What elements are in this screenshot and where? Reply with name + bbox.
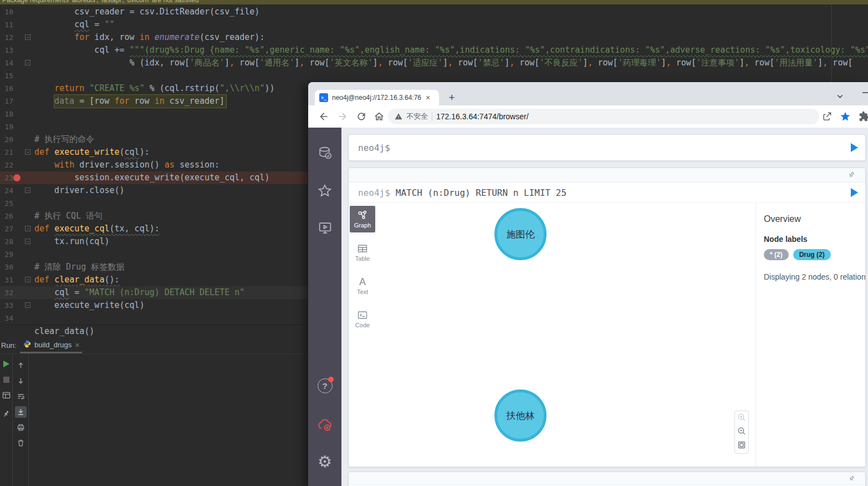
node-labels-heading: Node labels xyxy=(764,235,865,244)
settings-gear-icon[interactable]: ⚙ xyxy=(308,454,341,470)
line-number[interactable]: 34 xyxy=(1,312,13,325)
url-text[interactable]: 172.16.3.64:7474/browser/ xyxy=(436,112,529,121)
divider xyxy=(28,354,29,486)
new-tab-button[interactable]: + xyxy=(446,92,458,104)
tab-close-icon[interactable]: × xyxy=(426,94,430,102)
zoom-in-icon[interactable] xyxy=(737,413,746,424)
code-line: 14- % (idx, row['商品名'], row['通用名'], row[… xyxy=(0,57,868,69)
run-tool-window: clear_data() Run: build_drugs × 配戴接触镜者在 xyxy=(0,325,308,486)
help-icon[interactable]: ? xyxy=(308,378,341,393)
pin-frame-icon[interactable] xyxy=(848,474,855,484)
line-number[interactable]: 24 xyxy=(1,184,13,197)
security-label[interactable]: 不安全 xyxy=(406,112,428,122)
view-tab-label: Graph xyxy=(354,222,371,229)
view-tab-code[interactable]: Code xyxy=(350,306,375,332)
back-icon[interactable] xyxy=(318,111,329,122)
graph-zoom-controls xyxy=(734,411,749,454)
home-icon[interactable] xyxy=(374,111,385,122)
fold-marker-icon[interactable]: - xyxy=(25,277,30,282)
run-panel-label: Run: xyxy=(1,341,16,350)
favorites-star-icon[interactable] xyxy=(308,183,341,199)
graph-node[interactable]: 施图伦 xyxy=(494,208,547,260)
extensions-puzzle-icon[interactable] xyxy=(859,111,868,122)
clear-console-button[interactable] xyxy=(15,437,27,449)
share-icon[interactable] xyxy=(821,111,833,122)
bookmark-star-icon[interactable] xyxy=(840,111,851,122)
view-tab-table[interactable]: Table xyxy=(350,239,375,266)
run-query-icon[interactable] xyxy=(851,143,858,152)
breakpoint-icon[interactable] xyxy=(13,174,21,181)
line-number[interactable]: 29 xyxy=(1,248,13,261)
graph-node[interactable]: 扶他林 xyxy=(494,389,547,442)
code-line: clear_data() xyxy=(34,326,94,336)
stop-button[interactable] xyxy=(2,375,11,384)
rerun-button[interactable] xyxy=(2,360,11,368)
line-number[interactable]: 15 xyxy=(1,69,13,82)
next-frame xyxy=(348,472,866,486)
node-label-badge[interactable]: * (2) xyxy=(764,249,789,260)
line-number[interactable]: 33 xyxy=(1,299,13,312)
cloud-disconnected-icon[interactable] xyxy=(308,417,341,433)
reload-icon[interactable] xyxy=(356,111,367,122)
forward-icon[interactable] xyxy=(337,111,348,122)
result-status: Displaying 2 nodes, 0 relationships. xyxy=(764,272,865,281)
line-number[interactable]: 16 xyxy=(1,82,13,95)
line-number[interactable]: 17 xyxy=(1,95,13,108)
minimize-window-icon[interactable] xyxy=(862,92,868,93)
security-warning-icon[interactable] xyxy=(395,113,402,120)
scroll-down-button[interactable] xyxy=(15,375,27,387)
line-number[interactable]: 18 xyxy=(1,108,13,120)
database-icon[interactable] xyxy=(308,146,341,161)
line-number[interactable]: 13 xyxy=(1,44,13,57)
rerun-query-icon[interactable] xyxy=(851,188,858,197)
line-number[interactable]: 14 xyxy=(1,57,13,69)
restore-layout-button[interactable] xyxy=(2,391,11,399)
cypher-editor-bar[interactable]: neo4j$ xyxy=(348,134,866,161)
run-tab-build-drugs[interactable]: build_drugs × xyxy=(20,338,83,352)
fold-marker-icon[interactable]: - xyxy=(25,60,30,65)
line-number[interactable]: 12 xyxy=(1,31,13,44)
browser-tab[interactable]: >_ neo4j@neo4j://172.16.3.64:76 × xyxy=(315,90,439,105)
tab-search-chevron-icon[interactable] xyxy=(836,92,844,103)
line-number[interactable]: 27 xyxy=(1,222,13,235)
line-number[interactable]: 32 xyxy=(1,286,13,299)
scroll-to-end-icon xyxy=(17,408,25,416)
line-number[interactable]: 21 xyxy=(1,146,13,159)
line-number[interactable]: 30 xyxy=(1,261,13,274)
print-button[interactable] xyxy=(15,422,27,433)
pin-icon xyxy=(1,408,11,419)
line-number[interactable]: 20 xyxy=(1,133,13,146)
close-icon[interactable]: × xyxy=(75,341,79,349)
guides-icon[interactable] xyxy=(308,220,341,235)
fold-marker-icon[interactable]: - xyxy=(25,226,30,231)
view-tab-graph[interactable]: Graph xyxy=(350,206,375,232)
fit-to-screen-icon[interactable] xyxy=(737,441,746,452)
view-tab-text[interactable]: AText xyxy=(350,272,375,299)
fold-marker-icon[interactable]: - xyxy=(25,149,30,155)
line-number[interactable]: 23 xyxy=(1,171,13,184)
pin-frame-icon[interactable] xyxy=(847,171,855,181)
fold-marker-icon[interactable]: - xyxy=(25,239,30,244)
address-bar[interactable]: 不安全 172.16.3.64:7474/browser/ xyxy=(388,109,819,124)
package-requirements-banner[interactable]: Package requirements 'aioredis', 'fastap… xyxy=(0,0,868,4)
line-number[interactable]: 11 xyxy=(1,18,13,31)
soft-wrap-button[interactable] xyxy=(15,391,27,402)
stop-icon xyxy=(3,377,9,383)
arrow-up-icon xyxy=(17,361,25,369)
line-number[interactable]: 31 xyxy=(1,274,13,286)
executed-query-row[interactable]: neo4j$ MATCH (n:Drug) RETURN n LIMIT 25 xyxy=(349,183,865,203)
pin-tab-button[interactable] xyxy=(2,409,11,418)
line-number[interactable]: 22 xyxy=(1,159,13,171)
line-number[interactable]: 26 xyxy=(1,210,13,222)
fold-marker-icon[interactable]: - xyxy=(25,188,30,193)
line-number[interactable]: 10 xyxy=(1,6,13,18)
node-label-badge[interactable]: Drug (2) xyxy=(793,249,831,260)
line-number[interactable]: 19 xyxy=(1,120,13,133)
fold-marker-icon[interactable]: - xyxy=(25,302,30,308)
scroll-up-button[interactable] xyxy=(15,360,27,371)
fold-marker-icon[interactable]: - xyxy=(25,34,30,40)
line-number[interactable]: 28 xyxy=(1,235,13,248)
zoom-out-icon[interactable] xyxy=(737,427,746,438)
scroll-to-end-button[interactable] xyxy=(15,406,27,418)
line-number[interactable]: 25 xyxy=(1,197,13,210)
